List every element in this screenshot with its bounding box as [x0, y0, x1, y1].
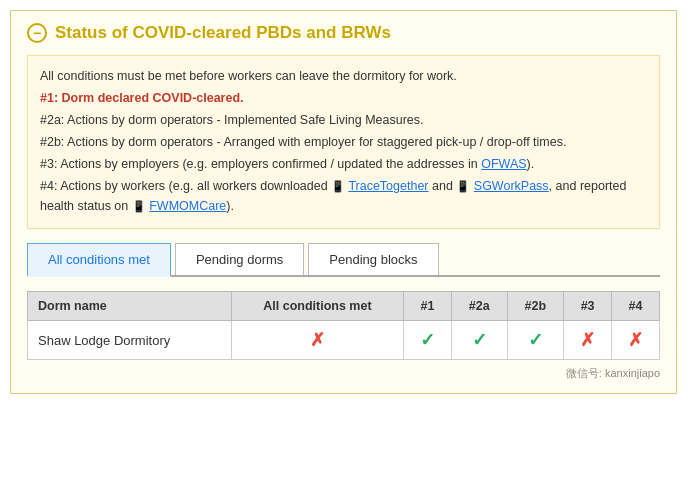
- cross-icon-all-met: ✗: [310, 330, 325, 350]
- col-header-all-met: All conditions met: [231, 292, 403, 321]
- tab-all-conditions[interactable]: All conditions met: [27, 243, 171, 277]
- data-table-wrap: Dorm name All conditions met #1 #2a #2b …: [27, 291, 660, 360]
- intro-text: All conditions must be met before worker…: [40, 66, 647, 86]
- tab-pending-dorms[interactable]: Pending dorms: [175, 243, 304, 275]
- check-icon-cond1: ✓: [420, 330, 435, 350]
- col-header-cond4: #4: [612, 292, 660, 321]
- ofwas-link[interactable]: OFWAS: [481, 157, 526, 171]
- section-header: − Status of COVID-cleared PBDs and BRWs: [27, 23, 660, 43]
- collapse-icon[interactable]: −: [27, 23, 47, 43]
- cond3-text: #3: Actions by employers (e.g. employers…: [40, 154, 647, 174]
- conditions-table: Dorm name All conditions met #1 #2a #2b …: [27, 291, 660, 360]
- description-box: All conditions must be met before worker…: [27, 55, 660, 229]
- col-header-cond3: #3: [564, 292, 612, 321]
- check-icon-cond2b: ✓: [528, 330, 543, 350]
- cond4-text: #4: Actions by workers (e.g. all workers…: [40, 176, 647, 216]
- cell-cond3: ✗: [564, 321, 612, 360]
- cell-cond4: ✗: [612, 321, 660, 360]
- watermark: 微信号: kanxinjiapo: [27, 366, 660, 381]
- fwmomcare-link[interactable]: FWMOMCare: [149, 199, 226, 213]
- cell-cond1: ✓: [403, 321, 451, 360]
- table-row: Shaw Lodge Dormitory ✗ ✓ ✓ ✓ ✗ ✗: [28, 321, 660, 360]
- section-title: Status of COVID-cleared PBDs and BRWs: [55, 23, 391, 43]
- col-header-cond2a: #2a: [451, 292, 507, 321]
- cond2b-text: #2b: Actions by dorm operators - Arrange…: [40, 132, 647, 152]
- tracetogether-link[interactable]: TraceTogether: [348, 179, 428, 193]
- col-header-cond1: #1: [403, 292, 451, 321]
- col-header-dorm-name: Dorm name: [28, 292, 232, 321]
- cross-icon-cond3: ✗: [580, 330, 595, 350]
- main-section: − Status of COVID-cleared PBDs and BRWs …: [10, 10, 677, 394]
- check-icon-cond2a: ✓: [472, 330, 487, 350]
- cond2a-text: #2a: Actions by dorm operators - Impleme…: [40, 110, 647, 130]
- cell-cond2a: ✓: [451, 321, 507, 360]
- cell-cond2b: ✓: [507, 321, 564, 360]
- col-header-cond2b: #2b: [507, 292, 564, 321]
- tab-pending-blocks[interactable]: Pending blocks: [308, 243, 438, 275]
- table-header-row: Dorm name All conditions met #1 #2a #2b …: [28, 292, 660, 321]
- cell-all-met: ✗: [231, 321, 403, 360]
- tab-bar: All conditions met Pending dorms Pending…: [27, 243, 660, 277]
- cross-icon-cond4: ✗: [628, 330, 643, 350]
- sgworkpass-link[interactable]: SGWorkPass: [474, 179, 549, 193]
- cell-dorm-name: Shaw Lodge Dormitory: [28, 321, 232, 360]
- cond1-text: #1: Dorm declared COVID-cleared.: [40, 88, 647, 108]
